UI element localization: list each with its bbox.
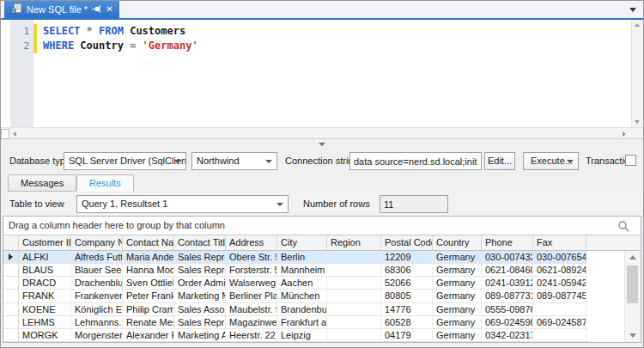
grid-cell[interactable]: Frankfurt a...	[277, 316, 327, 328]
tab-results[interactable]: Results	[76, 174, 134, 192]
splitter-handle[interactable]	[1, 139, 643, 149]
grid-cell[interactable]: Germany	[433, 329, 482, 341]
grid-cell[interactable]: Alfreds Futt...	[71, 251, 123, 263]
search-icon[interactable]	[617, 220, 630, 233]
grid-cell[interactable]: Forsterstr. 57	[226, 264, 277, 276]
grid-cell[interactable]: 030-0076545	[533, 251, 586, 263]
grid-cell[interactable]: Peter Frank...	[123, 290, 174, 302]
grid-cell[interactable]: Frankenver...	[71, 290, 123, 302]
grid-cell[interactable]: Sven Ottlieb	[123, 277, 174, 289]
grid-cell[interactable]: LEHMS	[19, 316, 71, 328]
grid-cell[interactable]: Sales Repre...	[174, 264, 226, 276]
grid-cell[interactable]: 0342-023176	[482, 329, 533, 341]
grid-cell[interactable]: Germany	[433, 316, 482, 328]
editor-horizontal-scrollbar[interactable]	[1, 127, 643, 139]
grid-cell[interactable]: DRACD	[19, 277, 71, 289]
column-header-phone[interactable]: Phone	[482, 235, 533, 250]
column-header-contact-title[interactable]: Contact Title	[174, 235, 226, 250]
grid-cell[interactable]: Mannheim	[277, 264, 327, 276]
grid-cell[interactable]: KOENE	[19, 303, 71, 315]
grid-cell[interactable]: FRANK	[19, 290, 71, 302]
table-row[interactable]: ALFKIAlfreds Futt...Maria AndersSales Re…	[3, 251, 587, 264]
grid-cell[interactable]: 0621-08924	[533, 264, 586, 276]
grid-cell[interactable]: 68306	[381, 264, 433, 276]
scroll-down-icon[interactable]	[635, 120, 640, 124]
grid-cell[interactable]	[533, 329, 586, 341]
grid-cell[interactable]: Sales Repre...	[174, 251, 226, 263]
grid-cell[interactable]: Marketing A...	[174, 329, 226, 341]
grid-cell[interactable]: 089-0877310	[482, 290, 533, 302]
column-header-customer-id[interactable]: Customer ID	[19, 235, 71, 250]
grid-cell[interactable]: Lehmanns...	[71, 316, 123, 328]
grid-cell[interactable]: 0621-08460	[482, 264, 533, 276]
code-line[interactable]: SELECT * FROM Customers	[43, 24, 198, 39]
document-tab-new-sql-file[interactable]: New SQL file * ✕	[4, 1, 119, 18]
column-header-city[interactable]: City	[277, 235, 327, 250]
table-row[interactable]: DRACDDrachenblut...Sven OttliebOrder Adm…	[3, 277, 587, 290]
sql-editor[interactable]: 12 SELECT * FROM CustomersWHERE Country …	[1, 20, 643, 127]
grid-cell[interactable]: Berliner Plat...	[226, 290, 277, 302]
grid-cell[interactable]: BLAUS	[19, 264, 71, 276]
group-by-panel[interactable]: Drag a column header here to group by th…	[3, 217, 641, 235]
column-header-country[interactable]: Country	[433, 235, 482, 250]
database-type-combobox[interactable]: SQL Server Driver (SqlClient)	[64, 152, 186, 170]
table-row[interactable]: MORGKMorgenster...Alexander F...Marketin…	[3, 329, 587, 342]
scroll-up-icon[interactable]	[629, 255, 636, 259]
grid-cell[interactable]: 030-0074321	[482, 251, 533, 263]
grid-cell[interactable]: Renate Mes...	[123, 316, 174, 328]
number-of-rows-field[interactable]	[380, 195, 448, 213]
grid-cell[interactable]: MORGK	[19, 329, 71, 341]
editor-vertical-scrollbar[interactable]	[631, 20, 643, 127]
connection-string-input[interactable]	[349, 152, 482, 170]
grid-cell[interactable]: Blauer See...	[71, 264, 123, 276]
grid-cell[interactable]: Alexander F...	[123, 329, 174, 341]
tab-list-dropdown-icon[interactable]	[629, 8, 636, 12]
table-row[interactable]: BLAUSBlauer See...Hanna MoosSales Repre.…	[3, 264, 587, 277]
grid-cell[interactable]: Walserweg...	[226, 277, 277, 289]
code-lines[interactable]: SELECT * FROM CustomersWHERE Country = '…	[43, 24, 198, 53]
grid-cell[interactable]: 60528	[381, 316, 433, 328]
grid-cell[interactable]: Heerstr. 22	[226, 329, 277, 341]
grid-cell[interactable]: Order Admi...	[174, 277, 226, 289]
edit-button[interactable]: Edit...	[484, 152, 515, 170]
grid-cell[interactable]: 0241-059428	[533, 277, 586, 289]
split-grip[interactable]	[1, 129, 9, 139]
scroll-up-icon[interactable]	[635, 23, 640, 27]
grid-cell[interactable]	[327, 264, 381, 276]
database-name-combobox[interactable]: Northwind	[191, 152, 277, 170]
grid-cell[interactable]: Aachen	[277, 277, 327, 289]
grid-cell[interactable]: Marketing M...	[174, 290, 226, 302]
grid-cell[interactable]: Sales Repre...	[174, 316, 226, 328]
pin-icon[interactable]	[92, 4, 101, 15]
grid-cell[interactable]: 069-0245984	[482, 316, 533, 328]
grid-cell[interactable]: Germany	[433, 277, 482, 289]
column-header-address[interactable]: Address	[226, 235, 277, 250]
grid-cell[interactable]: 0555-09876	[482, 303, 533, 315]
grid-cell[interactable]: Morgenster...	[71, 329, 123, 341]
grid-cell[interactable]: ALFKI	[19, 251, 71, 263]
table-to-view-combobox[interactable]: Query 1, Resultset 1	[76, 195, 289, 213]
column-header-contact-na-[interactable]: Contact Na...	[123, 235, 174, 250]
grid-cell[interactable]: 0241-039123	[482, 277, 533, 289]
grid-cell[interactable]: 14776	[381, 303, 433, 315]
grid-cell[interactable]	[327, 251, 381, 263]
table-row[interactable]: KOENEKöniglich Es...Philip CramerSales A…	[3, 303, 587, 316]
grid-cell[interactable]: Leipzig	[277, 329, 327, 341]
grid-cell[interactable]: 52066	[381, 277, 433, 289]
grid-cell[interactable]: Germany	[433, 251, 482, 263]
grid-cell[interactable]: Philip Cramer	[123, 303, 174, 315]
grid-cell[interactable]: Sales Associ...	[174, 303, 226, 315]
grid-cell[interactable]	[327, 316, 381, 328]
grid-cell[interactable]: Hanna Moos	[123, 264, 174, 276]
grid-cell[interactable]: Brandenburg	[277, 303, 327, 315]
grid-cell[interactable]: Magazinwe...	[226, 316, 277, 328]
execute-button[interactable]: Execute...	[523, 152, 579, 170]
scroll-left-icon[interactable]	[13, 131, 16, 137]
grid-cell[interactable]: München	[277, 290, 327, 302]
grid-cell[interactable]	[533, 303, 586, 315]
grid-cell[interactable]: Obere Str. 57	[226, 251, 277, 263]
grid-cell[interactable]	[327, 303, 381, 315]
grid-cell[interactable]	[327, 290, 381, 302]
column-header-postal-code[interactable]: Postal Code	[381, 235, 433, 250]
scrollbar-thumb[interactable]	[627, 266, 638, 303]
